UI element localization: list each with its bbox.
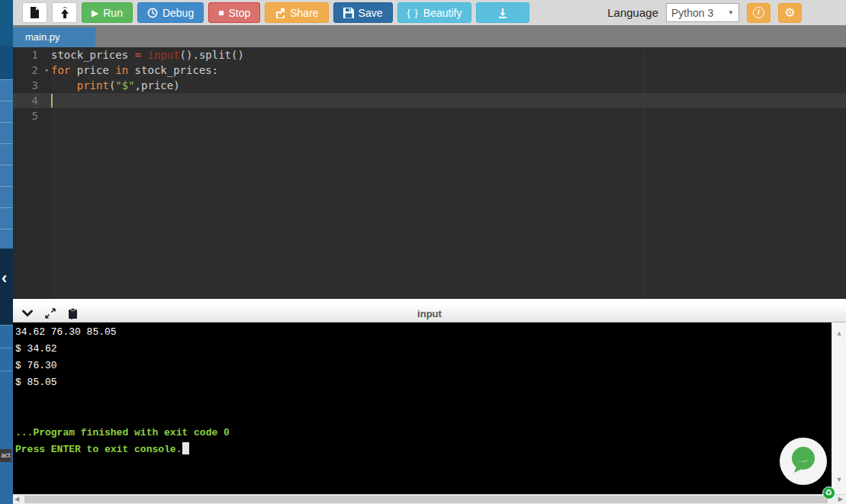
- code-text: for price in stock_prices:: [51, 63, 218, 78]
- sidebar-collapse-icon[interactable]: ‹: [2, 270, 7, 287]
- code-text: stock_prices = input().split(): [51, 47, 244, 63]
- chat-widget-button[interactable]: [780, 438, 827, 485]
- editor-line: 5: [13, 108, 846, 124]
- stop-label: Stop: [228, 7, 250, 19]
- sidebar-ad-segment[interactable]: [0, 165, 13, 186]
- app-window: ‹ act ▶ Run Debug: [0, 0, 846, 504]
- settings-button[interactable]: ⚙: [778, 3, 802, 23]
- tab-main-py[interactable]: main.py: [13, 27, 95, 47]
- save-label: Save: [359, 7, 383, 19]
- console-cursor: [182, 442, 189, 454]
- sidebar-ad-segment[interactable]: [0, 186, 13, 207]
- editor-line: 1stock_prices = input().split(): [13, 47, 846, 63]
- fold-icon[interactable]: ▾: [45, 63, 49, 78]
- language-select[interactable]: Python 3 ▼: [666, 3, 739, 22]
- chat-bubble-icon: [787, 444, 819, 479]
- sidebar-ad-segment[interactable]: [0, 348, 13, 371]
- left-sidebar: ‹: [0, 0, 13, 504]
- debug-icon: [147, 8, 158, 18]
- stop-icon: ■: [218, 8, 224, 18]
- line-number: 2▾: [13, 63, 51, 78]
- sidebar-ad-segment[interactable]: [0, 371, 13, 502]
- download-button[interactable]: [476, 2, 529, 23]
- sidebar-ad-segment[interactable]: [0, 79, 13, 101]
- info-icon: i: [753, 7, 764, 18]
- line-number: 4: [13, 93, 51, 108]
- collapse-console-icon[interactable]: [22, 310, 33, 317]
- share-button[interactable]: Share: [265, 2, 328, 23]
- line-number: 3: [13, 78, 51, 93]
- run-label: Run: [103, 7, 123, 19]
- scrollbar-thumb[interactable]: [24, 496, 828, 503]
- share-label: Share: [290, 7, 318, 19]
- horizontal-scrollbar[interactable]: ◀ ▶: [13, 494, 846, 504]
- contact-tab[interactable]: act: [0, 449, 11, 462]
- paste-icon[interactable]: [68, 308, 78, 319]
- code-editor[interactable]: 1stock_prices = input().split()2▾for pri…: [13, 47, 846, 299]
- code-text: [51, 93, 53, 108]
- console-header: input: [13, 305, 846, 323]
- debug-button[interactable]: Debug: [137, 2, 204, 23]
- save-icon: [343, 8, 354, 18]
- run-button[interactable]: ▶ Run: [82, 2, 133, 23]
- beautify-button[interactable]: { } Beautify: [397, 2, 472, 23]
- braces-icon: { }: [407, 7, 419, 18]
- console-panel: 34.62 76.30 85.05$ 34.62$ 76.30$ 85.05..…: [13, 323, 846, 494]
- play-icon: ▶: [92, 8, 98, 18]
- toolbar: ▶ Run Debug ■ Stop Share: [13, 0, 846, 25]
- sidebar-ad-segment[interactable]: [0, 46, 13, 79]
- code-text: print("$",price): [51, 78, 180, 93]
- expand-console-icon[interactable]: [45, 308, 56, 319]
- file-icon: [30, 7, 40, 18]
- recycle-badge-icon[interactable]: ♻: [822, 486, 835, 499]
- console-line: ...Program finished with exit code 0: [15, 425, 832, 441]
- console-line: [15, 408, 832, 425]
- vertical-scrollbar[interactable]: ▲ ▼: [832, 323, 846, 494]
- sidebar-ad-segment[interactable]: [0, 207, 13, 229]
- sidebar-ad-segment[interactable]: [0, 229, 13, 249]
- language-label: Language: [607, 6, 658, 19]
- editor-lines: 1stock_prices = input().split()2▾for pri…: [13, 47, 846, 124]
- editor-line: 3 print("$",price): [13, 78, 846, 93]
- console-line: Press ENTER to exit console.: [15, 441, 832, 458]
- main-area: ▶ Run Debug ■ Stop Share: [13, 0, 846, 504]
- sidebar-ad-segment[interactable]: [0, 122, 13, 143]
- editor-line: 2▾for price in stock_prices:: [13, 63, 846, 78]
- chevron-down-icon: ▼: [728, 9, 734, 16]
- debug-label: Debug: [162, 7, 194, 19]
- console-title: input: [13, 308, 846, 319]
- save-button[interactable]: Save: [333, 2, 393, 23]
- scroll-left-icon[interactable]: ◀: [14, 495, 19, 504]
- tab-bar: main.py: [13, 25, 846, 47]
- upload-icon: [60, 7, 70, 18]
- console-line: $ 76.30: [15, 358, 832, 374]
- line-number: 5: [13, 108, 51, 124]
- language-cluster: Language Python 3 ▼ i ⚙: [607, 3, 802, 23]
- scroll-down-icon[interactable]: ▼: [832, 476, 846, 483]
- sidebar-ad-segment[interactable]: [0, 325, 13, 348]
- console-line: $ 34.62: [15, 341, 832, 358]
- console-line: [15, 391, 832, 408]
- console-output[interactable]: 34.62 76.30 85.05$ 34.62$ 76.30$ 85.05..…: [13, 323, 832, 494]
- stop-button[interactable]: ■ Stop: [208, 2, 260, 23]
- share-icon: [275, 8, 285, 18]
- console-line: $ 85.05: [15, 374, 832, 391]
- info-button[interactable]: i: [747, 3, 770, 23]
- language-value: Python 3: [671, 7, 713, 19]
- download-icon: [497, 8, 508, 18]
- upload-button[interactable]: [52, 2, 77, 23]
- new-file-button[interactable]: [22, 2, 47, 23]
- editor-line: 4: [13, 93, 846, 108]
- panel-splitter[interactable]: [13, 299, 846, 305]
- console-line: 34.62 76.30 85.05: [15, 324, 832, 341]
- editor-cursor: [51, 94, 53, 108]
- beautify-label: Beautify: [423, 7, 462, 19]
- gear-icon: ⚙: [784, 7, 795, 19]
- sidebar-ad-segment[interactable]: [0, 101, 13, 122]
- line-number: 1: [13, 47, 51, 63]
- sidebar-ad-segment[interactable]: [0, 143, 13, 165]
- sidebar-ad-segment[interactable]: [0, 0, 13, 46]
- scroll-right-icon[interactable]: ▶: [838, 495, 843, 504]
- scroll-up-icon[interactable]: ▲: [832, 329, 846, 337]
